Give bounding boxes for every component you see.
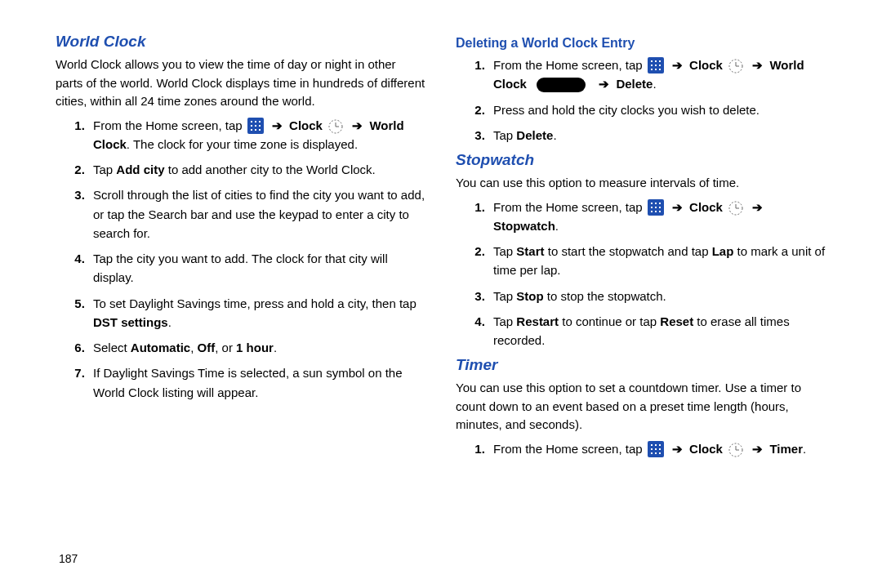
timer-intro: You can use this option to set a countdo…: [456, 379, 826, 434]
wc-step6-sep2: , or: [215, 341, 236, 354]
arrow-icon: ➔: [272, 118, 283, 132]
arrow-icon: ➔: [672, 200, 683, 214]
sw-step1-clock: Clock: [689, 200, 723, 214]
sw-step-4: Tap Restart to continue or tap Reset to …: [488, 312, 826, 350]
sw-step-1: From the Home screen, tap ➔ Clock ➔ Stop…: [488, 198, 826, 236]
arrow-icon: ➔: [752, 200, 763, 214]
apps-grid-icon: [247, 118, 264, 134]
arrow-icon: ➔: [352, 118, 363, 132]
sw-step1-bold: Stopwatch: [493, 219, 555, 233]
wc-step1-clock: Clock: [289, 118, 323, 132]
del-step3-pre: Tap: [493, 128, 516, 142]
sw-step-2: Tap Start to start the stopwatch and tap…: [488, 242, 826, 280]
wc-step6-sep1: ,: [190, 341, 197, 354]
stopwatch-steps: From the Home screen, tap ➔ Clock ➔ Stop…: [456, 198, 826, 350]
del-step3-bold: Delete: [516, 128, 553, 142]
sw-step1-prefix: From the Home screen, tap: [493, 200, 643, 214]
tm-step1-bold: Timer: [769, 442, 803, 456]
del-step-3: Tap Delete.: [488, 126, 826, 145]
tm-step1-clock: Clock: [689, 442, 723, 456]
arrow-icon: ➔: [752, 442, 763, 456]
wc-step6-pre: Select: [93, 341, 131, 354]
wc-step-3: Scroll through the list of cities to fin…: [88, 185, 426, 243]
sw-step4-b1: Restart: [516, 314, 559, 328]
arrow-icon: ➔: [672, 442, 683, 456]
world-clock-intro: World Clock allows you to view the time …: [56, 56, 426, 111]
heading-stopwatch: Stopwatch: [456, 151, 826, 169]
del-step1-delete: Delete: [616, 77, 653, 91]
wc-step-5: To set Daylight Savings time, press and …: [88, 294, 426, 332]
del-step-2: Press and hold the city clocks you wish …: [488, 100, 826, 119]
wc-step5-pre: To set Daylight Savings time, press and …: [93, 296, 416, 310]
heading-world-clock: World Clock: [56, 33, 426, 51]
left-column: World Clock World Clock allows you to vi…: [41, 33, 441, 580]
stopwatch-intro: You can use this option to measure inter…: [456, 174, 826, 193]
clock-icon: [728, 442, 744, 458]
timer-steps: From the Home screen, tap ➔ Clock ➔ Time…: [456, 439, 826, 458]
del-step-1: From the Home screen, tap ➔ Clock ➔ Worl…: [488, 56, 826, 94]
wc-step6-b3: 1 hour: [236, 341, 274, 354]
sw-step4-mid: to continue or tap: [559, 314, 660, 328]
sw-step2-b2: Lap: [712, 244, 734, 258]
tm-step-1: From the Home screen, tap ➔ Clock ➔ Time…: [488, 439, 826, 458]
world-clock-steps: From the Home screen, tap ➔ Clock ➔ Worl…: [56, 116, 426, 402]
apps-grid-icon: [648, 441, 664, 457]
wc-step1-suffix: . The clock for your time zone is displa…: [127, 137, 358, 151]
wc-step-6: Select Automatic, Off, or 1 hour.: [88, 338, 426, 357]
sw-step1-post: .: [555, 219, 559, 233]
wc-step-2: Tap Add city to add another city to the …: [88, 160, 426, 179]
wc-step2-post: to add another city to the World Clock.: [165, 163, 376, 176]
arrow-icon: ➔: [672, 58, 683, 72]
tm-step1-prefix: From the Home screen, tap: [493, 442, 643, 456]
apps-grid-icon: [648, 57, 664, 74]
del-step1-clock: Clock: [689, 58, 723, 72]
wc-step-7: If Daylight Savings Time is selected, a …: [88, 363, 426, 402]
wc-step5-post: .: [168, 315, 172, 329]
manual-page: World Clock World Clock allows you to vi…: [0, 0, 882, 588]
del-step1-prefix: From the Home screen, tap: [493, 58, 643, 72]
wc-step6-b2: Off: [198, 341, 216, 354]
delete-steps: From the Home screen, tap ➔ Clock ➔ Worl…: [456, 56, 826, 145]
sw-step2-pre: Tap: [493, 244, 516, 258]
wc-step5-bold: DST settings: [93, 315, 168, 329]
sw-step3-bold: Stop: [516, 289, 543, 303]
wc-step-1: From the Home screen, tap ➔ Clock ➔ Worl…: [88, 116, 426, 154]
wc-step2-bold: Add city: [116, 163, 164, 176]
sw-step4-b2: Reset: [660, 314, 693, 328]
sw-step-3: Tap Stop to stop the stopwatch.: [488, 287, 826, 305]
wc-step6-b1: Automatic: [131, 341, 190, 354]
clock-icon: [728, 200, 744, 216]
page-number: 187: [59, 552, 78, 565]
wc-step-4: Tap the city you want to add. The clock …: [88, 249, 426, 287]
clock-icon: [327, 118, 344, 135]
wc-step1-prefix: From the Home screen, tap: [93, 118, 243, 132]
del-step1-period: .: [653, 77, 656, 91]
wc-step6-post: .: [274, 341, 277, 354]
heading-delete-entry: Deleting a World Clock Entry: [456, 36, 826, 51]
sw-step3-pre: Tap: [493, 289, 516, 303]
sw-step4-pre: Tap: [493, 314, 516, 328]
clock-icon: [728, 58, 744, 74]
del-step3-post: .: [553, 128, 556, 142]
heading-timer: Timer: [456, 356, 826, 374]
sw-step3-post: to stop the stopwatch.: [544, 289, 666, 303]
arrow-icon: ➔: [599, 77, 609, 91]
tm-step1-post: .: [803, 442, 806, 456]
right-column: Deleting a World Clock Entry From the Ho…: [441, 33, 841, 580]
apps-grid-icon: [648, 199, 664, 216]
sw-step2-b1: Start: [516, 244, 544, 258]
menu-button-icon: [537, 78, 586, 92]
arrow-icon: ➔: [752, 58, 763, 72]
sw-step2-mid: to start the stopwatch and tap: [545, 244, 712, 258]
wc-step2-pre: Tap: [93, 163, 116, 176]
